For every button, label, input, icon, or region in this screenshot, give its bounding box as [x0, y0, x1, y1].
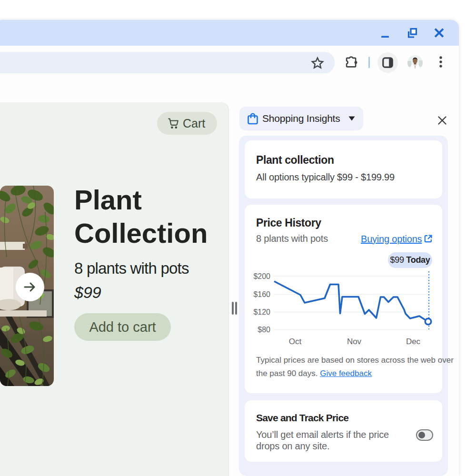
svg-text:Nov: Nov	[347, 337, 362, 346]
svg-text:$200: $200	[253, 272, 270, 280]
svg-text:Oct: Oct	[289, 337, 302, 346]
svg-text:$80: $80	[258, 326, 270, 334]
svg-text:Dec: Dec	[406, 337, 421, 346]
svg-text:$160: $160	[253, 290, 270, 298]
svg-text:$120: $120	[253, 308, 270, 316]
